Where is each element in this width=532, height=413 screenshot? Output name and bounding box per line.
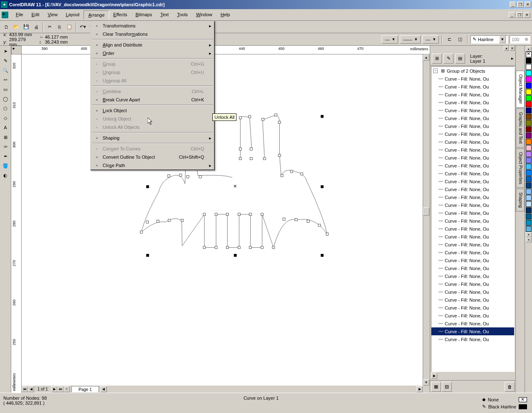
menu-item-close-path[interactable]: ▫Close Path▸: [91, 161, 214, 170]
tree-item[interactable]: 〰Curve - Fill: None, Ou: [431, 122, 514, 130]
menu-item-order[interactable]: ▫Order▸: [91, 49, 214, 57]
color-swatch[interactable]: [526, 133, 532, 138]
layer-view-button[interactable]: ▤: [455, 54, 465, 64]
menu-effects[interactable]: Effects: [109, 10, 131, 20]
delete-button[interactable]: 🗑: [505, 382, 515, 392]
add-page-button[interactable]: +: [64, 386, 70, 392]
vertical-scrollbar[interactable]: ▲ ▼: [423, 54, 430, 386]
docker-collapse-button[interactable]: ◂: [504, 46, 509, 51]
tree-item[interactable]: 〰Curve - Fill: None, Ou: [431, 114, 514, 122]
color-swatch[interactable]: [526, 120, 532, 126]
outline-swatch[interactable]: [519, 404, 527, 409]
tree-scroll-right[interactable]: ▶: [431, 373, 437, 379]
tree-item[interactable]: 〰Curve - Fill: None, Ou: [431, 138, 514, 146]
tree-item[interactable]: 〰Curve - Fill: None, Ou: [431, 296, 514, 304]
color-swatch[interactable]: [526, 108, 532, 113]
tree-item[interactable]: 〰Curve - Fill: None, Ou: [431, 335, 514, 343]
scroll-right-button[interactable]: ▶: [416, 386, 423, 392]
canvas[interactable]: ✕: [22, 54, 423, 386]
blend-tool[interactable]: ⊞: [1, 133, 10, 142]
color-swatch[interactable]: [526, 83, 532, 88]
page-tab[interactable]: Page 1: [71, 386, 99, 392]
tree-item[interactable]: 〰Curve - Fill: None, Ou: [431, 170, 514, 177]
color-swatch[interactable]: [526, 176, 532, 182]
color-swatch[interactable]: [526, 226, 532, 232]
print-button[interactable]: 🖨: [32, 22, 41, 32]
tree-item[interactable]: 〰Curve - Fill: None, Ou: [431, 185, 514, 193]
undo-button[interactable]: ↶▾: [78, 22, 87, 32]
last-page-button[interactable]: ⏭: [57, 386, 64, 392]
tree-item[interactable]: 〰Curve - Fill: None, Ou: [431, 272, 514, 280]
cut-button[interactable]: ✂: [45, 22, 54, 32]
menu-item-align-and-distribute[interactable]: ▫Align and Distribute▸: [91, 41, 214, 49]
horizontal-scrollbar[interactable]: ◀ ▶: [101, 386, 423, 392]
tree-item[interactable]: 〰Curve - Fill: None, Ou: [431, 217, 514, 225]
tree-item[interactable]: 〰Curve - Fill: None, Ou: [431, 91, 514, 98]
color-swatch[interactable]: [526, 220, 532, 226]
menu-item-transformations[interactable]: ▫Transformations▸: [91, 22, 214, 30]
tree-item[interactable]: 〰Curve - Fill: None, Ou: [431, 98, 514, 106]
color-swatch[interactable]: [526, 89, 532, 95]
color-swatch[interactable]: [526, 214, 532, 219]
outline-width-combo[interactable]: ✎ Hairline ▾: [470, 35, 508, 44]
color-swatch[interactable]: [526, 195, 532, 201]
menu-item-clear-transformations[interactable]: ▫Clear Transformations: [91, 30, 214, 38]
tree-item[interactable]: 〰Curve - Fill: None, Ou: [431, 320, 514, 327]
polygon-tool[interactable]: ⬠: [1, 104, 10, 113]
menu-bitmaps[interactable]: Bitmaps: [131, 10, 156, 20]
docker-close-button[interactable]: ✕: [510, 46, 515, 51]
palette-menu-button[interactable]: ◂: [526, 237, 532, 242]
menu-window[interactable]: Window: [192, 10, 217, 20]
menu-edit[interactable]: Edit: [27, 10, 44, 20]
tree-item[interactable]: 〰Curve - Fill: None, Ou: [431, 130, 514, 138]
restore-button[interactable]: ❐: [517, 2, 524, 7]
eyedropper-tool[interactable]: ✑: [1, 142, 10, 151]
tree-item[interactable]: 〰Curve - Fill: None, Ou: [431, 241, 514, 248]
tree-item[interactable]: 〰Curve - Fill: None, Ou: [431, 193, 514, 201]
line-style-button[interactable]: ——▾: [400, 35, 421, 44]
tree-item[interactable]: 〰Curve - Fill: None, Ou: [431, 154, 514, 162]
tree-item[interactable]: 〰Curve - Fill: None, Ou: [431, 264, 514, 272]
copy-button[interactable]: ⎘: [55, 22, 64, 32]
layer-menu-button[interactable]: ▸: [511, 56, 514, 61]
tree-item[interactable]: 〰Curve - Fill: None, Ou: [431, 209, 514, 217]
interactive-fill-tool[interactable]: ◐: [1, 171, 10, 180]
fill-tool[interactable]: 🪣: [1, 161, 10, 170]
menu-arrange[interactable]: Arrange: [84, 10, 109, 20]
tree-item[interactable]: 〰Curve - Fill: None, Ou: [431, 312, 514, 320]
color-swatch[interactable]: [526, 145, 532, 151]
menu-item-convert-outline-to-object[interactable]: ▫Convert Outline To ObjectCtrl+Shift+Q: [91, 153, 214, 161]
ellipse-tool[interactable]: ◯: [1, 94, 10, 103]
tree-item[interactable]: 〰Curve - Fill: None, Ou: [431, 288, 514, 296]
menu-file[interactable]: File: [12, 10, 27, 20]
palette-down-button[interactable]: ▾: [526, 232, 532, 237]
no-fill-swatch[interactable]: [526, 52, 532, 57]
tree-horizontal-scrollbar[interactable]: ◀ ▶: [431, 373, 515, 379]
auto-close-button[interactable]: ⊏: [445, 35, 454, 44]
open-button[interactable]: 📂: [12, 22, 21, 32]
menu-tools[interactable]: Tools: [173, 10, 192, 20]
new-layer-button[interactable]: ▦: [431, 382, 441, 392]
tree-item[interactable]: 〰Curve - Fill: None, Ou: [431, 280, 514, 288]
new-button[interactable]: 🗋: [2, 22, 11, 32]
docker-tab-shaping[interactable]: Shaping: [516, 189, 525, 211]
tree-item[interactable]: 〰Curve - Fill: None, Ou: [431, 201, 514, 209]
scroll-thumb-v[interactable]: [423, 207, 429, 216]
doc-close-button[interactable]: ✕: [524, 12, 530, 18]
docker-tab-graphic-and-text[interactable]: Graphic and Text: [516, 108, 525, 147]
fill-swatch[interactable]: [519, 397, 527, 402]
color-swatch[interactable]: [526, 76, 532, 82]
menu-view[interactable]: View: [44, 10, 62, 20]
doc-restore-button[interactable]: ❐: [516, 12, 523, 18]
menu-help[interactable]: Help: [217, 10, 234, 20]
tree-item[interactable]: 〰Curve - Fill: None, Ou: [431, 146, 514, 154]
tree-item[interactable]: 〰Curve - Fill: None, Ou: [431, 304, 514, 312]
first-page-button[interactable]: ⏮: [22, 386, 28, 392]
docker-tab-object-manager[interactable]: Object Manager: [516, 71, 525, 108]
shapes-tool[interactable]: ◇: [1, 113, 10, 123]
tree-item[interactable]: 〰Curve - Fill: None, Ou: [431, 177, 514, 185]
save-button[interactable]: 💾: [22, 22, 31, 32]
outline-size-combo[interactable]: 100 ⊕: [510, 35, 530, 44]
color-swatch[interactable]: [526, 114, 532, 120]
tree-item[interactable]: 〰Curve - Fill: None, Ou: [431, 106, 514, 114]
